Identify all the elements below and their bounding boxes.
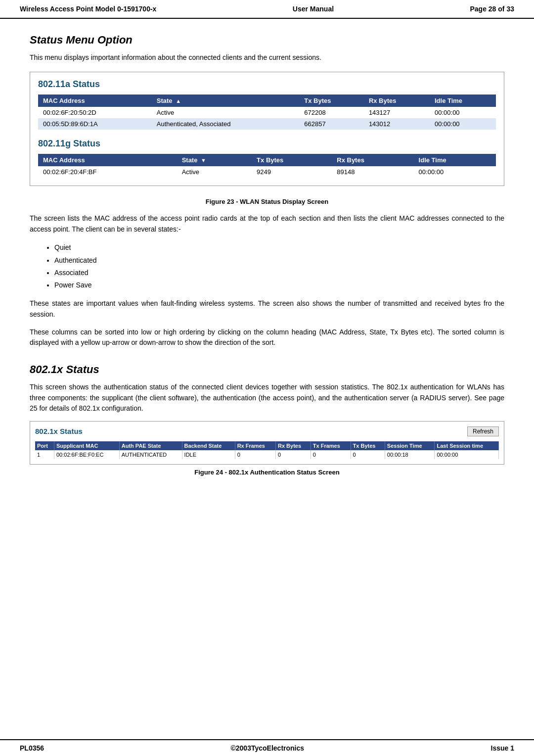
wlan-11a-col-idle: Idle Time bbox=[430, 94, 496, 107]
footer-center: ©2003TycoElectronics bbox=[230, 744, 304, 752]
list-item: Authenticated bbox=[54, 254, 504, 267]
wlan-11g-header-row: MAC Address State ▼ Tx Bytes Rx Bytes Id… bbox=[38, 154, 496, 166]
wlan-11g-col-rx: Rx Bytes bbox=[332, 154, 413, 166]
table-row: 00:02:6F:20:4F:BFActive92498914800:00:00 bbox=[38, 166, 496, 178]
figure23-caption: Figure 23 - WLAN Status Display Screen bbox=[30, 198, 504, 205]
wlan-11a-header-row: MAC Address State ▲ Tx Bytes Rx Bytes Id… bbox=[38, 94, 496, 107]
wlan-11g-table: MAC Address State ▼ Tx Bytes Rx Bytes Id… bbox=[38, 154, 496, 178]
list-item: Power Save bbox=[54, 279, 504, 291]
header-right: Page 28 of 33 bbox=[470, 5, 514, 13]
footer-right: Issue 1 bbox=[491, 744, 514, 752]
wlan-11g-col-idle: Idle Time bbox=[414, 154, 496, 166]
section-desc-status-menu: This menu displays important information… bbox=[30, 52, 504, 63]
wlan-11a-table: MAC Address State ▲ Tx Bytes Rx Bytes Id… bbox=[38, 94, 496, 130]
wlan-11a-col-rx: Rx Bytes bbox=[364, 94, 430, 107]
wlan-11g-col-state: State ▼ bbox=[177, 154, 252, 166]
wlan-11a-title: 802.11a Status bbox=[38, 79, 496, 90]
table-row: 100:02:6F:BE:F0:ECAUTHENTICATEDIDLE00000… bbox=[35, 450, 499, 459]
page-header: Wireless Access Point Model 0-1591700-x … bbox=[0, 0, 534, 19]
dot1x-header-row: PortSupplicant MACAuth PAE StateBackend … bbox=[35, 441, 499, 450]
body-para2: These states are important values when f… bbox=[30, 298, 504, 320]
bullet-list: QuietAuthenticatedAssociatedPower Save bbox=[54, 241, 504, 291]
main-content: Status Menu Option This menu displays im… bbox=[0, 29, 534, 523]
list-item: Associated bbox=[54, 267, 504, 279]
footer-left: PL0356 bbox=[20, 744, 44, 752]
wlan-11g-title: 802.11g Status bbox=[38, 139, 496, 149]
header-center: User Manual bbox=[293, 5, 334, 13]
wlan-11a-col-tx: Tx Bytes bbox=[299, 94, 364, 107]
dot1x-table: PortSupplicant MACAuth PAE StateBackend … bbox=[35, 441, 499, 459]
list-item: Quiet bbox=[54, 241, 504, 254]
wlan-11a-col-mac: MAC Address bbox=[38, 94, 152, 107]
body-para1: The screen lists the MAC address of the … bbox=[30, 213, 504, 235]
refresh-button[interactable]: Refresh bbox=[467, 426, 499, 436]
section-title-8021x: 802.1x Status bbox=[30, 363, 504, 376]
status-box-8021x-header: 802.1x Status Refresh bbox=[35, 426, 499, 436]
wlan-11g-col-mac: MAC Address bbox=[38, 154, 177, 166]
section-title-status-menu: Status Menu Option bbox=[30, 34, 504, 47]
wlan-11a-col-state: State ▲ bbox=[152, 94, 300, 107]
table-row: 00:05:5D:89:6D:1AAuthenticated, Associat… bbox=[38, 118, 496, 130]
wlan-11g-col-tx: Tx Bytes bbox=[252, 154, 332, 166]
status-box-8021x: 802.1x Status Refresh PortSupplicant MAC… bbox=[30, 421, 504, 465]
status-box-8021x-title: 802.1x Status bbox=[35, 427, 83, 435]
figure24-caption: Figure 24 - 802.1x Authentication Status… bbox=[30, 469, 504, 476]
table-row: 00:02:6F:20:50:2DActive67220814312700:00… bbox=[38, 107, 496, 118]
page-footer: PL0356 ©2003TycoElectronics Issue 1 bbox=[0, 739, 534, 756]
section-8021x-desc: This screen shows the authentication sta… bbox=[30, 382, 504, 414]
wlan-status-box: 802.11a Status MAC Address State ▲ Tx By… bbox=[30, 72, 504, 186]
body-para3: These columns can be sorted into low or … bbox=[30, 327, 504, 348]
header-left: Wireless Access Point Model 0-1591700-x bbox=[20, 5, 156, 13]
